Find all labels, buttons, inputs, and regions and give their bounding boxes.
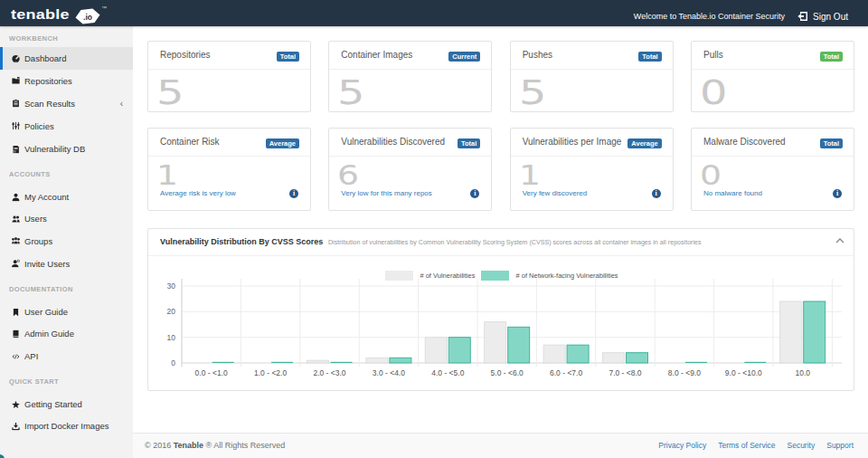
sidebar-item-label: Invite Users <box>24 253 70 275</box>
svg-text:0.0 - <1.0: 0.0 - <1.0 <box>195 368 228 377</box>
card-value: 0 <box>700 162 722 189</box>
sidebar: WORKBENCHDashboardRepositoriesScan Resul… <box>0 26 133 458</box>
chart-card: Vulnerability Distribution By CVSS Score… <box>147 228 854 391</box>
sidebar-item-policies[interactable]: Policies <box>0 115 133 138</box>
welcome-text: Welcome to Tenable.io Container Security <box>634 12 785 21</box>
main-content: RepositoriesTotal5Container ImagesCurren… <box>133 26 868 433</box>
card-badge: Total <box>820 138 843 148</box>
svg-text:.io: .io <box>83 13 92 22</box>
card-title: Pulls <box>703 42 723 69</box>
card-title: Container Images <box>341 42 412 69</box>
sidebar-item-label: Groups <box>24 230 52 253</box>
sidebar-item-label: User Guide <box>24 301 68 323</box>
card-value: 5 <box>519 75 546 110</box>
card-badge: Total <box>458 138 480 148</box>
sidebar-item-api[interactable]: API <box>0 345 133 367</box>
sidebar-item-scan-results[interactable]: Scan Results‹ <box>0 92 133 115</box>
card-badge: Average <box>266 138 299 148</box>
footer: © 2016 Tenable ® All Rights Reserved Pri… <box>133 433 868 458</box>
metric-card-container-risk: Container RiskAverage1Average risk is ve… <box>147 128 311 211</box>
sign-out-icon <box>797 11 808 22</box>
sidebar-item-label: Policies <box>24 115 54 138</box>
groups-icon <box>12 237 20 245</box>
footer-link-security[interactable]: Security <box>788 434 816 458</box>
sidebar-item-getting-started[interactable]: Getting Started <box>0 393 133 415</box>
card-badge: Total <box>820 52 843 62</box>
svg-text:30: 30 <box>167 281 176 291</box>
policies-icon <box>12 122 20 130</box>
card-badge: Total <box>277 52 299 62</box>
info-icon[interactable]: i <box>652 189 661 198</box>
footer-link-support[interactable]: Support <box>826 434 854 458</box>
card-value: 0 <box>700 75 727 110</box>
sidebar-item-users[interactable]: Users <box>0 207 133 230</box>
sidebar-item-label: My Account <box>24 186 69 208</box>
card-value: 1 <box>519 162 541 189</box>
footer-link-terms-of-service[interactable]: Terms of Service <box>718 434 775 458</box>
scan-results-icon <box>12 100 20 108</box>
sidebar-item-user-guide[interactable]: User Guide <box>0 301 133 323</box>
sidebar-item-groups[interactable]: Groups <box>0 230 133 253</box>
collapse-chevron-icon[interactable] <box>835 237 844 244</box>
sidebar-item-invite-users[interactable]: Invite Users <box>0 253 133 275</box>
sign-out-button[interactable]: Sign Out <box>797 11 848 22</box>
users-icon <box>12 215 20 223</box>
sidebar-item-dashboard[interactable]: Dashboard <box>0 47 133 70</box>
top-bar: tenable .io ™ Welcome to Tenable.io Cont… <box>0 0 868 26</box>
card-note: No malware found <box>703 189 762 197</box>
sidebar-item-label: Vulnerability DB <box>24 138 85 160</box>
card-note: Average risk is very low <box>160 189 236 197</box>
card-title: Vulnerabilities per Image <box>523 129 622 156</box>
vulnerability-db-icon <box>12 145 20 153</box>
chevron-left-icon: ‹ <box>120 92 123 115</box>
sidebar-item-label: Repositories <box>24 70 72 92</box>
sidebar-item-my-account[interactable]: My Account <box>0 186 133 208</box>
sidebar-section-documentation: DOCUMENTATION <box>9 284 73 295</box>
dashboard-icon <box>12 54 20 62</box>
svg-text:6.0 - <7.0: 6.0 - <7.0 <box>550 368 582 377</box>
chart-subtitle: Distribution of vulnerabilities by Commo… <box>328 229 702 256</box>
sidebar-item-import-docker-images[interactable]: Import Docker Images <box>0 415 133 437</box>
info-icon[interactable]: i <box>833 189 842 198</box>
card-badge: Average <box>627 138 661 148</box>
sidebar-section-quick-start: QUICK START <box>9 377 59 387</box>
tenable-io-logo[interactable]: tenable .io ™ <box>0 0 118 26</box>
sidebar-item-label: Users <box>24 207 47 230</box>
logo-hexagon-icon: .io <box>75 8 100 24</box>
svg-text:20: 20 <box>167 307 176 316</box>
bar-chart: 01020300.0 - <1.01.0 - <2.02.0 - <3.03.0… <box>148 256 855 392</box>
metric-card-malware-discovered: Malware DiscoveredTotal0No malware found… <box>691 128 854 211</box>
card-value: 1 <box>156 162 178 189</box>
metric-card-pushes: PushesTotal5 <box>510 41 674 112</box>
import-docker-images-icon <box>12 422 20 430</box>
svg-text:1.0 - <2.0: 1.0 - <2.0 <box>254 368 287 377</box>
card-badge: Current <box>448 52 480 62</box>
svg-text:7.0 - <8.0: 7.0 - <8.0 <box>609 368 641 377</box>
info-icon[interactable]: i <box>289 189 298 198</box>
metric-card-vulnerabilities-discovered: Vulnerabilities DiscoveredTotal6Very low… <box>328 128 492 211</box>
sidebar-section-workbench: WORKBENCH <box>9 33 58 44</box>
sidebar-item-vulnerability-db[interactable]: Vulnerability DB <box>0 138 133 160</box>
svg-text:0: 0 <box>171 358 175 367</box>
svg-text:3.0 - <4.0: 3.0 - <4.0 <box>373 368 405 377</box>
logo-trademark: ™ <box>101 5 107 11</box>
my-account-icon <box>12 193 20 201</box>
card-title: Vulnerabilities Discovered <box>341 129 445 156</box>
card-note: Very few discovered <box>523 189 588 197</box>
copyright-text: © 2016 Tenable ® All Rights Reserved <box>145 434 285 458</box>
sidebar-item-admin-guide[interactable]: Admin Guide <box>0 322 133 345</box>
metric-card-pulls: PullsTotal0 <box>691 41 854 112</box>
sidebar-section-accounts: ACCOUNTS <box>9 169 51 180</box>
metric-card-container-images: Container ImagesCurrent5 <box>328 41 492 112</box>
sidebar-item-label: Scan Results <box>24 92 75 115</box>
sidebar-item-label: Dashboard <box>24 47 66 70</box>
card-value: 6 <box>337 162 359 189</box>
svg-text:2.0 - <3.0: 2.0 - <3.0 <box>313 368 345 377</box>
card-title: Repositories <box>160 42 211 69</box>
footer-link-privacy-policy[interactable]: Privacy Policy <box>658 434 706 458</box>
info-icon[interactable]: i <box>470 189 479 198</box>
card-value: 5 <box>337 75 364 110</box>
sidebar-item-repositories[interactable]: Repositories <box>0 70 133 92</box>
getting-started-icon <box>12 400 20 408</box>
chart-title: Vulnerability Distribution By CVSS Score… <box>160 229 323 255</box>
